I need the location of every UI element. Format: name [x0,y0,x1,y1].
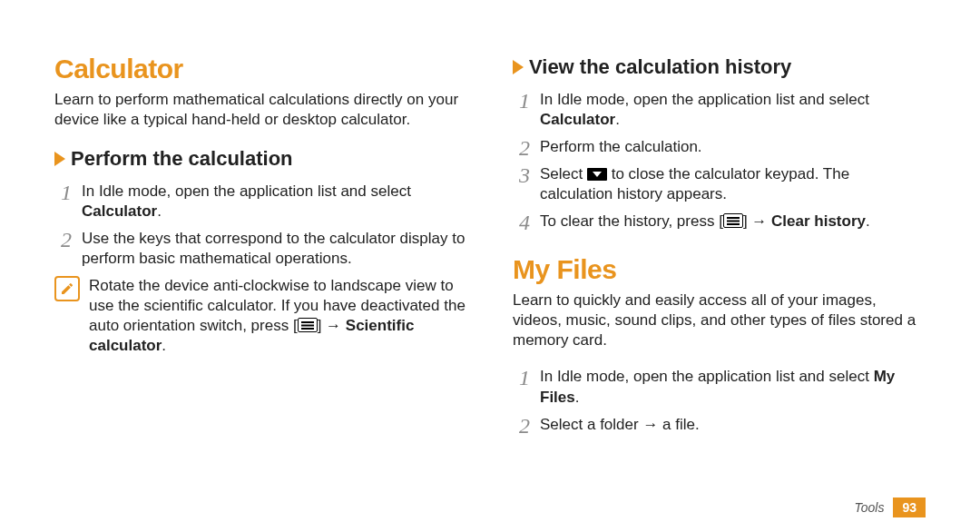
intro-calculator: Learn to perform mathematical calculatio… [54,90,467,130]
arrow: ] → [743,212,771,230]
period: . [615,111,620,128]
step-text: In Idle mode, open the application list … [82,182,411,200]
step-4: To clear the history, press [] → Clear h… [513,212,926,232]
heading-calculator: Calculator [54,51,467,86]
heading-myfiles: My Files [513,251,926,287]
chevron-icon [54,152,65,166]
page-footer: Tools 93 [854,498,926,517]
note-b: ] → [318,317,346,334]
text: Select [540,165,587,182]
step-1: In Idle mode, open the application list … [54,182,467,222]
note-d: . [162,337,166,354]
footer-section: Tools [854,499,884,516]
menu-icon [298,318,318,332]
step-1: In Idle mode, open the application list … [513,367,926,407]
period: . [575,389,580,406]
note-icon [54,276,80,301]
period: . [157,202,162,220]
chevron-icon [513,60,524,74]
right-column: View the calculation history In Idle mod… [513,51,926,532]
steps-myfiles: In Idle mode, open the application list … [513,367,926,434]
bold-clear: Clear history [771,212,866,230]
step-1: In Idle mode, open the application list … [513,90,926,130]
step-2: Select a folder → a file. [513,415,926,435]
subtitle-perform: Perform the calculation [71,146,293,172]
steps-history: In Idle mode, open the application list … [513,90,926,232]
left-column: Calculator Learn to perform mathematical… [54,51,467,532]
steps-perform: In Idle mode, open the application list … [54,182,467,269]
subhead-history: View the calculation history [513,54,926,81]
text: In Idle mode, open the application list … [540,368,874,385]
text: To clear the history, press [ [540,212,723,230]
step-2: Perform the calculation. [513,137,926,157]
page-number: 93 [893,498,926,517]
note-block: Rotate the device anti-clockwise to land… [54,276,467,356]
subhead-perform: Perform the calculation [54,146,467,172]
bold-calculator: Calculator [82,202,157,220]
manual-page: Calculator Learn to perform mathematical… [0,0,980,532]
step-2: Use the keys that correspond to the calc… [54,229,467,269]
period: . [866,212,870,230]
collapse-icon [587,168,607,181]
bold-calculator: Calculator [540,111,615,128]
pencil-icon [60,281,74,296]
note-text: Rotate the device anti-clockwise to land… [89,276,467,356]
step-3: Select to close the calculator keypad. T… [513,164,926,204]
subtitle-history: View the calculation history [529,54,791,81]
intro-myfiles: Learn to quickly and easily access all o… [513,291,926,350]
text: In Idle mode, open the application list … [540,91,869,108]
menu-icon [723,213,743,228]
